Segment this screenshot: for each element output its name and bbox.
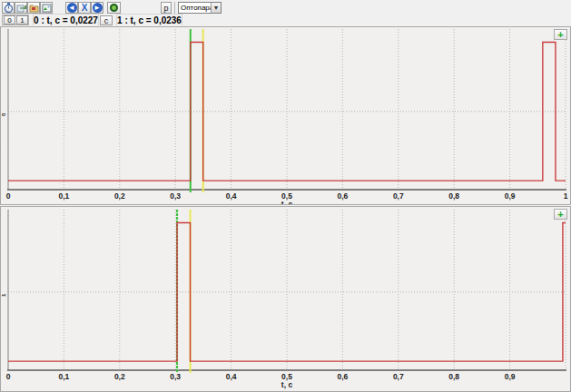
chart-panel-0: + 0 00,10,20,30,40,50,60,70,80,91t, c: [0, 26, 571, 205]
stopwatch-button[interactable]: [2, 2, 15, 14]
x-axis-title: t, c: [281, 200, 293, 204]
arrow-right-icon: ►: [93, 3, 103, 13]
readout-channel-1: 1 : t, c = 0,0236: [116, 14, 182, 25]
close-x-button[interactable]: X: [78, 2, 91, 14]
x-tick-label: 0,9: [505, 372, 516, 381]
x-tick-label: 0: [6, 372, 11, 381]
x-tick-label: 0,1: [58, 191, 69, 201]
next-button[interactable]: ►: [91, 2, 103, 14]
p-button[interactable]: p: [161, 2, 172, 14]
toolbar: ◄ X ► p Оптопара ▼ 0 1 0 : t, c = 0,0227…: [0, 0, 571, 26]
x-tick-label: 0,6: [337, 372, 348, 381]
chart-0[interactable]: 00,10,20,30,40,50,60,70,80,91t, c: [1, 27, 570, 204]
combobox-value: Оптопара: [179, 4, 211, 12]
picture-button[interactable]: [40, 2, 53, 14]
record-icon: [110, 4, 118, 12]
readout-channel-0: 0 : t, c = 0,0227: [33, 14, 99, 25]
x-tick-label: 0,8: [448, 372, 459, 381]
x-tick-label: 0,4: [226, 372, 237, 381]
export-image-button[interactable]: [15, 2, 27, 14]
prev-button[interactable]: ◄: [65, 2, 78, 14]
x-tick-label: 0,3: [170, 372, 181, 381]
separator: [174, 2, 175, 14]
zoom-plus-button-1: +: [554, 209, 567, 220]
signal-type-combobox[interactable]: Оптопара ▼: [178, 2, 222, 14]
x-tick-label: 0: [6, 191, 11, 201]
chart-panel-1: + 1 00,10,20,30,40,50,60,70,80,9t, c: [0, 206, 571, 392]
stopwatch-icon: [4, 3, 14, 13]
x-tick-label: 0,8: [448, 191, 459, 201]
x-tick-label: 0,1: [58, 372, 69, 381]
x-tick-label: 0,2: [114, 191, 125, 201]
x-tick-label: 0,9: [505, 191, 516, 201]
channel-0-button[interactable]: 0: [4, 15, 15, 24]
export-image-icon: [16, 3, 26, 13]
x-tick-label: 0,4: [226, 191, 237, 201]
picture-icon: [42, 3, 52, 13]
x-tick-label: 0,6: [337, 191, 348, 201]
chart-1[interactable]: 00,10,20,30,40,50,60,70,80,9t, c: [1, 207, 570, 391]
x-tick-label: 1: [564, 191, 568, 201]
c-button[interactable]: c: [100, 15, 113, 25]
x-icon: X: [82, 3, 88, 13]
x-tick-label: 0,3: [170, 191, 181, 201]
x-axis-title: t, c: [281, 380, 293, 389]
arrow-left-icon: ◄: [67, 3, 77, 13]
x-tick-label: 0,7: [393, 191, 404, 201]
chevron-down-icon[interactable]: ▼: [211, 3, 221, 13]
x-tick-label: 0,2: [114, 372, 125, 381]
save-folder-icon: [29, 3, 39, 13]
channel-button-group: 0 1: [2, 15, 29, 25]
zoom-plus-button-0[interactable]: +: [554, 29, 567, 40]
record-button[interactable]: [107, 2, 121, 14]
channel-1-button[interactable]: 1: [16, 15, 28, 24]
save-folder-button[interactable]: [27, 2, 40, 14]
x-tick-label: 0,7: [393, 372, 404, 381]
